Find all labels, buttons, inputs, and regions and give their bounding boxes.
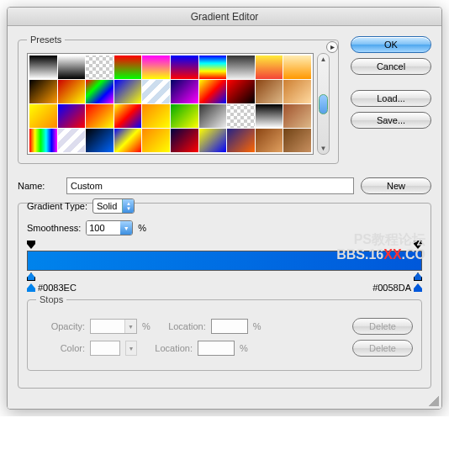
preset-swatch[interactable] (227, 80, 255, 103)
color-well (90, 341, 120, 356)
delete-color-button: Delete (352, 340, 413, 357)
color-label: Color: (36, 343, 85, 353)
preset-swatch[interactable] (142, 104, 170, 128)
chevron-down-icon[interactable]: ▼ (120, 221, 132, 235)
chevron-down-icon: ▼ (125, 341, 137, 356)
opacity-stop-left[interactable] (27, 241, 35, 249)
smoothness-input-wrap[interactable]: ▼ (86, 220, 133, 235)
preset-swatch[interactable] (114, 80, 142, 103)
preset-swatch[interactable] (283, 80, 311, 103)
new-button[interactable]: New (361, 177, 431, 194)
preset-swatch[interactable] (227, 56, 255, 79)
preset-swatch[interactable] (283, 129, 311, 152)
scroll-down-icon[interactable]: ▼ (320, 145, 327, 152)
presets-legend: Presets (27, 34, 65, 45)
preset-swatch[interactable] (256, 104, 283, 128)
preset-swatch[interactable] (114, 129, 142, 152)
preset-swatch[interactable] (142, 129, 170, 152)
gradient-editor-dialog: Gradient Editor Presets ▸ ▲ ▼ OK Cancel (7, 7, 442, 410)
preset-swatch[interactable] (58, 56, 86, 79)
preset-swatch[interactable] (58, 104, 86, 128)
preset-swatch[interactable] (29, 80, 57, 103)
smoothness-suffix: % (138, 223, 146, 233)
gradient-preview-area: #0083EC #0058DA (27, 241, 422, 293)
ok-button[interactable]: OK (351, 36, 431, 53)
ink-icon-right (414, 283, 422, 292)
preset-swatch[interactable] (86, 56, 114, 79)
preset-swatch[interactable] (256, 56, 283, 79)
color-location-input (198, 341, 235, 356)
color-location-label: Location: (142, 343, 193, 353)
smoothness-input[interactable] (87, 221, 120, 235)
delete-opacity-button: Delete (352, 318, 413, 335)
preset-swatch[interactable] (256, 80, 283, 103)
stops-legend: Stops (36, 294, 66, 304)
preset-swatch[interactable] (227, 129, 255, 152)
preset-swatch[interactable] (142, 80, 170, 103)
presets-flyout-icon[interactable]: ▸ (326, 41, 338, 53)
opacity-label: Opacity: (36, 321, 85, 331)
save-button[interactable]: Save... (351, 112, 431, 129)
color-stop-left[interactable] (27, 272, 35, 281)
presets-fieldset: Presets ▸ ▲ ▼ (18, 34, 339, 164)
dialog-buttons: OK Cancel Load... Save... (351, 34, 431, 172)
presets-scrollbar[interactable]: ▲ ▼ (317, 53, 330, 155)
preset-swatch[interactable] (199, 80, 227, 103)
preset-swatch[interactable] (199, 56, 227, 79)
opacity-location-label: Location: (156, 321, 206, 331)
preset-swatch[interactable] (256, 129, 283, 152)
preset-swatch[interactable] (29, 104, 57, 128)
left-color-label: #0083EC (27, 283, 77, 293)
opacity-input (91, 320, 124, 333)
dialog-title: Gradient Editor (191, 11, 259, 23)
name-input[interactable] (66, 177, 354, 194)
gradient-type-value: Solid (97, 201, 122, 211)
titlebar[interactable]: Gradient Editor (8, 8, 441, 26)
opacity-stop-right[interactable] (414, 241, 422, 249)
preset-swatch[interactable] (227, 104, 255, 128)
load-button[interactable]: Load... (351, 90, 431, 107)
preset-swatch[interactable] (58, 129, 86, 152)
preset-swatch[interactable] (199, 104, 227, 128)
preset-swatch[interactable] (58, 80, 86, 103)
preset-swatch[interactable] (171, 56, 198, 79)
cancel-button[interactable]: Cancel (351, 58, 431, 75)
scroll-up-icon[interactable]: ▲ (320, 56, 327, 63)
chevron-up-down-icon: ▲▼ (122, 199, 134, 213)
scroll-thumb[interactable] (319, 94, 328, 114)
preset-swatch[interactable] (86, 80, 114, 103)
preset-swatch[interactable] (86, 129, 114, 152)
name-label: Name: (18, 181, 60, 191)
preset-swatch[interactable] (29, 129, 57, 152)
smoothness-label: Smoothness: (27, 223, 81, 233)
gradient-type-label: Gradient Type: (27, 201, 87, 211)
preset-swatch[interactable] (171, 80, 198, 103)
preset-swatch[interactable] (171, 104, 198, 128)
color-stop-right[interactable] (414, 272, 422, 281)
right-color-label: #0058DA (372, 283, 422, 293)
preset-swatch[interactable] (114, 104, 142, 128)
chevron-down-icon: ▼ (124, 320, 136, 333)
presets-grid[interactable] (27, 53, 314, 155)
preset-swatch[interactable] (283, 104, 311, 128)
resize-grip[interactable] (429, 396, 439, 406)
gradient-type-select[interactable]: Solid ▲▼ (92, 198, 135, 214)
gradient-strip[interactable] (27, 251, 422, 271)
preset-swatch[interactable] (86, 104, 114, 128)
preset-swatch[interactable] (171, 129, 198, 152)
stops-fieldset: Stops Opacity: ▼ % Location: % Delete Co… (27, 294, 422, 371)
preset-swatch[interactable] (142, 56, 170, 79)
gradient-settings-fieldset: Gradient Type: Solid ▲▼ Smoothness: ▼ % (18, 203, 431, 389)
preset-swatch[interactable] (29, 56, 57, 79)
preset-swatch[interactable] (114, 56, 142, 79)
opacity-input-wrap: ▼ (90, 319, 137, 334)
preset-swatch[interactable] (283, 56, 311, 79)
opacity-location-input (211, 319, 248, 334)
ink-icon-left (27, 283, 35, 292)
preset-swatch[interactable] (199, 129, 227, 152)
